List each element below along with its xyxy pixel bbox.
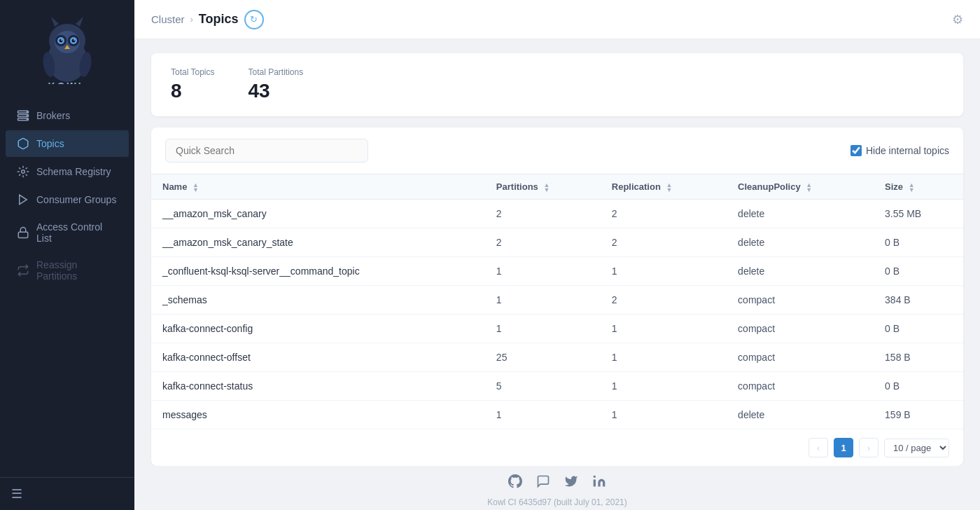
cell-size-7: 159 B [874, 401, 963, 429]
sidebar-navigation: Brokers Topics Schema Registry Consumer … [0, 95, 134, 477]
topics-table-card: Hide internal topics Name ▲▼ Partitions … [151, 127, 963, 466]
table-row[interactable]: __amazon_msk_canary 2 2 delete 3.55 MB [151, 200, 963, 228]
chat-icon[interactable] [536, 474, 550, 492]
cell-partitions-7: 1 [485, 401, 601, 429]
sidebar-item-schema-registry-label: Schema Registry [36, 166, 111, 177]
sidebar-item-acl-label: Access Control List [36, 221, 118, 244]
cell-size-4: 0 B [874, 315, 963, 343]
topics-table: Name ▲▼ Partitions ▲▼ Replication ▲▼ C [151, 174, 963, 429]
cell-size-5: 158 B [874, 343, 963, 372]
footer-build-info: Kowl CI 6435d97 (built July 01, 2021) [151, 497, 963, 507]
svg-point-23 [22, 170, 25, 174]
cell-name-1: __amazon_msk_canary_state [151, 228, 485, 257]
cell-replication-0: 2 [601, 200, 727, 228]
twitter-icon[interactable] [564, 474, 578, 492]
cell-size-0: 3.55 MB [874, 200, 963, 228]
sidebar-item-reassign-label: Reassign Partitions [36, 259, 118, 282]
cell-replication-7: 1 [601, 401, 727, 429]
cell-name-4: kafka-connect-config [151, 315, 485, 343]
cell-name-3: _schemas [151, 286, 485, 315]
search-input[interactable] [165, 139, 368, 163]
table-row[interactable]: __amazon_msk_canary_state 2 2 delete 0 B [151, 228, 963, 257]
cell-cleanuppolicy-3: compact [727, 286, 874, 315]
cell-replication-1: 2 [601, 228, 727, 257]
breadcrumb-current: Topics [199, 12, 239, 27]
next-page-button[interactable]: › [859, 438, 878, 457]
github-icon[interactable] [508, 474, 522, 492]
sort-size-icon: ▲▼ [909, 183, 915, 192]
sort-replication-icon: ▲▼ [666, 183, 673, 192]
topbar: Cluster › Topics ↻ ⚙ [134, 0, 980, 39]
sidebar-item-acl[interactable]: Access Control List [6, 214, 129, 251]
hide-internal-label[interactable]: Hide internal topics [850, 145, 949, 156]
sidebar: KOWL Brokers Topics [0, 0, 134, 510]
sort-cleanuppolicy-icon: ▲▼ [806, 183, 812, 192]
settings-icon[interactable]: ⚙ [952, 12, 963, 27]
svg-point-11 [61, 39, 62, 41]
col-header-name[interactable]: Name ▲▼ [151, 174, 485, 200]
footer: Kowl CI 6435d97 (built July 01, 2021) [151, 466, 963, 510]
cell-cleanuppolicy-5: compact [727, 343, 874, 372]
table-row[interactable]: kafka-connect-status 5 1 compact 0 B [151, 372, 963, 401]
svg-point-12 [74, 39, 75, 41]
breadcrumb: Cluster › Topics ↻ [151, 10, 264, 29]
cell-replication-2: 1 [601, 257, 727, 286]
stat-total-topics-value: 8 [171, 80, 214, 102]
cell-partitions-3: 1 [485, 286, 601, 315]
svg-marker-2 [51, 17, 59, 27]
cell-partitions-1: 2 [485, 228, 601, 257]
menu-toggle-icon[interactable]: ☰ [11, 487, 22, 501]
col-header-size[interactable]: Size ▲▼ [874, 174, 963, 200]
cell-name-0: __amazon_msk_canary [151, 200, 485, 228]
stat-total-partitions-label: Total Partitions [248, 67, 303, 77]
sidebar-item-consumer-groups[interactable]: Consumer Groups [6, 186, 129, 213]
cell-replication-5: 1 [601, 343, 727, 372]
table-row[interactable]: _confluent-ksql-ksql-server__command_top… [151, 257, 963, 286]
stat-total-topics-label: Total Topics [171, 67, 214, 77]
cell-cleanuppolicy-2: delete [727, 257, 874, 286]
cell-name-6: kafka-connect-status [151, 372, 485, 401]
prev-page-button[interactable]: ‹ [808, 438, 828, 457]
stats-card: Total Topics 8 Total Partitions 43 [151, 53, 963, 116]
col-header-cleanuppolicy[interactable]: CleanupPolicy ▲▼ [727, 174, 874, 200]
page-1-button[interactable]: 1 [834, 438, 853, 457]
main-content: Cluster › Topics ↻ ⚙ Total Topics 8 Tota… [134, 0, 980, 510]
col-header-replication[interactable]: Replication ▲▼ [601, 174, 727, 200]
cell-cleanuppolicy-1: delete [727, 228, 874, 257]
cell-partitions-4: 1 [485, 315, 601, 343]
svg-point-26 [594, 476, 596, 478]
page-content: Total Topics 8 Total Partitions 43 Hide … [134, 39, 980, 510]
hide-internal-text: Hide internal topics [866, 145, 949, 156]
table-row[interactable]: messages 1 1 delete 159 B [151, 401, 963, 429]
sidebar-item-reassign: Reassign Partitions [6, 252, 129, 289]
per-page-select[interactable]: 10 / page 20 / page 50 / page [884, 439, 949, 457]
cell-size-3: 384 B [874, 286, 963, 315]
cell-partitions-0: 2 [485, 200, 601, 228]
refresh-button[interactable]: ↻ [244, 10, 264, 29]
topbar-right: ⚙ [952, 12, 963, 27]
cell-size-6: 0 B [874, 372, 963, 401]
breadcrumb-separator: › [190, 14, 193, 25]
breadcrumb-cluster[interactable]: Cluster [151, 13, 185, 25]
sidebar-item-topics[interactable]: Topics [6, 130, 129, 157]
sidebar-item-schema-registry[interactable]: Schema Registry [6, 158, 129, 185]
svg-point-10 [72, 39, 76, 43]
svg-point-21 [27, 115, 28, 116]
sidebar-item-topics-label: Topics [36, 138, 64, 149]
svg-text:KOWL: KOWL [48, 81, 87, 84]
table-row[interactable]: kafka-connect-config 1 1 compact 0 B [151, 315, 963, 343]
footer-icons [151, 474, 963, 492]
svg-point-22 [27, 119, 28, 120]
sidebar-item-brokers[interactable]: Brokers [6, 102, 129, 129]
linkedin-icon[interactable] [592, 474, 606, 492]
stat-total-partitions: Total Partitions 43 [248, 67, 303, 102]
table-row[interactable]: kafka-connect-offset 25 1 compact 158 B [151, 343, 963, 372]
svg-point-20 [27, 111, 28, 113]
cell-cleanuppolicy-0: delete [727, 200, 874, 228]
col-header-partitions[interactable]: Partitions ▲▼ [485, 174, 601, 200]
table-row[interactable]: _schemas 1 2 compact 384 B [151, 286, 963, 315]
cell-replication-4: 1 [601, 315, 727, 343]
table-toolbar: Hide internal topics [151, 127, 963, 174]
hide-internal-checkbox[interactable] [850, 145, 862, 156]
sidebar-bottom: ☰ [0, 477, 134, 510]
